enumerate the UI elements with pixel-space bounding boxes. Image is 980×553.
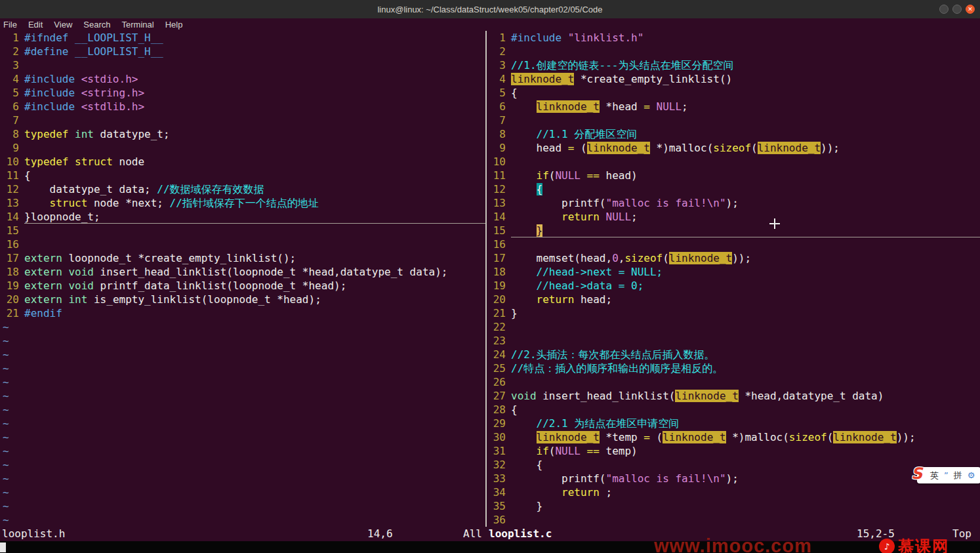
code-line[interactable]: 8typedef int datatype_t; [0,127,485,141]
code-line[interactable]: 30 linknode_t *temp = (linknode_t *)mall… [487,430,980,444]
code-line[interactable]: 6#include <stdlib.h> [0,100,485,113]
line-number: 22 [487,320,506,334]
code-line[interactable]: 24//2.头插法：每次都在头结点后插入数据。 [487,348,980,361]
code-line[interactable]: 14 return NULL; [487,210,980,224]
code-text: { [511,182,980,196]
line-number: 11 [487,169,506,182]
editor-pane-right[interactable]: 1#include "linklist.h"23//1.创建空的链表---为头结… [487,31,980,527]
minimize-button[interactable] [939,5,949,14]
statusline-left-filename: looplist.h [2,527,65,541]
code-line[interactable]: 16 [0,237,485,251]
line-number: 8 [487,127,506,141]
code-line[interactable]: 34 return ; [487,485,980,499]
code-line[interactable]: 15 } [487,224,980,237]
ime-item[interactable]: ” [944,470,949,480]
maximize-button[interactable] [952,5,962,14]
code-line[interactable]: 20 return head; [487,293,980,306]
code-line[interactable]: 7 [0,113,485,127]
code-line[interactable]: 17 memset(head,0,sizeof(linknode_t)); [487,251,980,265]
code-line[interactable]: 2#define __LOOPLIST_H__ [0,45,485,58]
code-line[interactable]: 13 struct node *next; //指针域保存下一个结点的地址 [0,196,485,210]
line-number: 2 [487,45,506,58]
menu-item-edit[interactable]: Edit [28,20,43,30]
line-number: 17 [487,251,506,265]
ime-item[interactable]: ⚙ [968,470,975,480]
titlebar: linux@linux: ~/Class/dataStruct/week05/c… [0,0,980,18]
code-text: #include <stdio.h> [24,72,485,86]
code-text: //1.1 分配堆区空间 [511,127,980,141]
code-line[interactable]: 2 [487,45,980,58]
code-line[interactable]: 12 datatype_t data; //数据域保存有效数据 [0,182,485,196]
code-line[interactable]: 28{ [487,403,980,417]
code-line[interactable]: 10 [487,155,980,169]
code-line[interactable]: 17extern loopnode_t *create_empty_linkli… [0,251,485,265]
code-line[interactable]: 19extern void printf_data_linklist(loopn… [0,279,485,293]
code-line[interactable]: 21#endif [0,306,485,320]
code-line[interactable]: 29 //2.1 为结点在堆区申请空间 [487,417,980,430]
code-line[interactable]: 6 linknode_t *head = NULL; [487,100,980,113]
empty-line-tilde: ~ [0,513,485,527]
code-text: //head->next = NULL; [511,265,980,279]
code-line[interactable]: 3//1.创建空的链表---为头结点在堆区分配空间 [487,58,980,72]
close-button[interactable]: ✕ [966,5,975,14]
code-text: { [511,403,980,417]
code-line[interactable]: 9 [0,141,485,155]
code-line[interactable]: 10typedef struct node [0,155,485,169]
code-line[interactable]: 5{ [487,86,980,100]
code-text: if(NULL == head) [511,169,980,182]
line-number: 20 [0,293,19,306]
editor-pane-left[interactable]: 1#ifndef __LOOPLIST_H__2#define __LOOPLI… [0,31,485,527]
code-line[interactable]: 18 //head->next = NULL; [487,265,980,279]
code-line[interactable]: 25//特点：插入的顺序和输出的顺序是相反的。 [487,361,980,375]
code-line[interactable]: 22 [487,320,980,334]
line-number: 36 [487,513,506,527]
code-line[interactable]: 1#include "linklist.h" [487,31,980,45]
code-line[interactable]: 21} [487,306,980,320]
code-text [511,155,980,169]
line-number: 30 [487,430,506,444]
menu-item-help[interactable]: Help [165,20,183,30]
code-line[interactable]: 26 [487,375,980,389]
menu-item-file[interactable]: File [3,20,17,30]
code-line[interactable]: 7 [487,113,980,127]
code-line[interactable]: 4linknode_t *create_empty_linklist() [487,72,980,86]
code-line[interactable]: 32 { [487,458,980,472]
code-text: } [511,224,980,237]
code-line[interactable]: 31 if(NULL == temp) [487,444,980,458]
code-text: struct node *next; //指针域保存下一个结点的地址 [24,196,485,210]
code-line[interactable]: 5#include <string.h> [0,86,485,100]
code-text: //2.头插法：每次都在头结点后插入数据。 [511,348,980,361]
code-line[interactable]: 4#include <stdio.h> [0,72,485,86]
menu-item-terminal[interactable]: Terminal [122,20,154,30]
code-line[interactable]: 27void insert_head_linklist(linknode_t *… [487,389,980,403]
code-line[interactable]: 13 printf("malloc is fail!\n"); [487,196,980,210]
code-line[interactable]: 33 printf("malloc is fail!\n"); [487,472,980,485]
code-text: { [24,169,485,182]
menu-item-view[interactable]: View [54,20,72,30]
ime-item[interactable]: 英 [930,470,939,481]
code-line[interactable]: 11{ [0,169,485,182]
line-number: 27 [487,389,506,403]
shell-cursor-block [0,543,6,552]
code-line[interactable]: 14}loopnode_t; [0,210,485,224]
input-method-widget[interactable]: S 英”拼⚙ [917,467,980,483]
code-line[interactable]: 18extern void insert_head_linklist(loopn… [0,265,485,279]
code-line[interactable]: 9 head = (linknode_t *)malloc(sizeof(lin… [487,141,980,155]
ime-item[interactable]: 拼 [954,470,962,481]
code-text: #include <stdlib.h> [24,100,485,113]
code-line[interactable]: 16 [487,237,980,251]
code-line[interactable]: 11 if(NULL == head) [487,169,980,182]
code-line[interactable]: 36 [487,513,980,527]
line-number: 17 [0,251,19,265]
code-line[interactable]: 15 [0,224,485,237]
menu-item-search[interactable]: Search [83,20,110,30]
code-line[interactable]: 20extern int is_empty_linklist(loopnode_… [0,293,485,306]
code-line[interactable]: 3 [0,58,485,72]
code-line[interactable]: 1#ifndef __LOOPLIST_H__ [0,31,485,45]
code-line[interactable]: 19 //head->data = 0; [487,279,980,293]
code-line[interactable]: 12 { [487,182,980,196]
code-line[interactable]: 23 [487,334,980,348]
code-line[interactable]: 35 } [487,499,980,513]
code-line[interactable]: 8 //1.1 分配堆区空间 [487,127,980,141]
imooc-logo: ♪ 慕课网 [879,536,949,553]
